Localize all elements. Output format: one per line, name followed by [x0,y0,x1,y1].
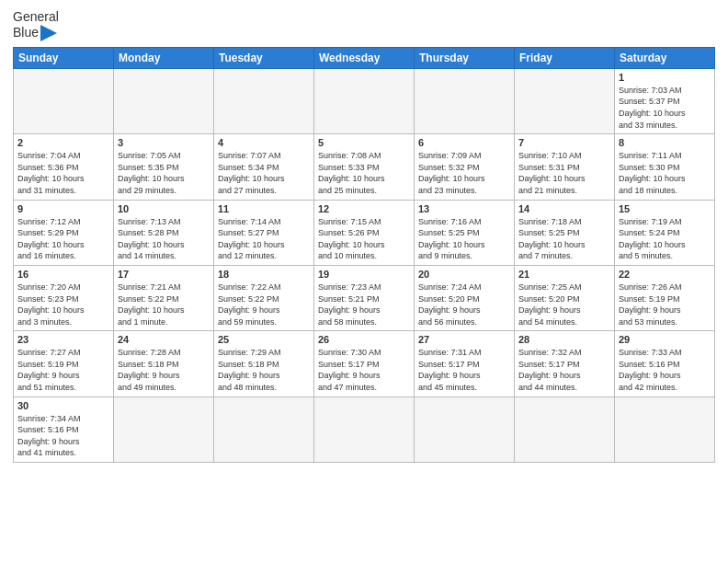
day-cell-22: 22Sunrise: 7:26 AM Sunset: 5:19 PM Dayli… [615,265,715,330]
day-info: Sunrise: 7:18 AM Sunset: 5:25 PM Dayligh… [518,216,610,262]
empty-cell [415,396,515,462]
day-info: Sunrise: 7:07 AM Sunset: 5:34 PM Dayligh… [218,150,310,196]
day-info: Sunrise: 7:11 AM Sunset: 5:30 PM Dayligh… [619,150,711,196]
week-row-3: 9Sunrise: 7:12 AM Sunset: 5:29 PM Daylig… [14,200,715,265]
day-number: 12 [318,203,410,214]
day-cell-23: 23Sunrise: 7:27 AM Sunset: 5:19 PM Dayli… [14,331,114,396]
weekday-header-wednesday: Wednesday [314,47,415,68]
day-info: Sunrise: 7:21 AM Sunset: 5:22 PM Dayligh… [118,282,210,327]
empty-cell [114,396,214,462]
day-number: 28 [518,334,610,345]
empty-cell [314,68,415,133]
day-info: Sunrise: 7:19 AM Sunset: 5:24 PM Dayligh… [619,216,711,262]
day-number: 9 [17,203,109,214]
day-cell-25: 25Sunrise: 7:29 AM Sunset: 5:18 PM Dayli… [214,331,314,396]
day-cell-19: 19Sunrise: 7:23 AM Sunset: 5:21 PM Dayli… [314,265,415,330]
day-cell-16: 16Sunrise: 7:20 AM Sunset: 5:23 PM Dayli… [14,265,114,330]
weekday-header-thursday: Thursday [415,47,515,68]
weekday-header-saturday: Saturday [615,47,715,68]
day-info: Sunrise: 7:16 AM Sunset: 5:25 PM Dayligh… [418,216,510,262]
logo: General Blue [13,9,59,41]
day-cell-10: 10Sunrise: 7:13 AM Sunset: 5:28 PM Dayli… [114,200,214,265]
day-cell-24: 24Sunrise: 7:28 AM Sunset: 5:18 PM Dayli… [114,331,214,396]
logo-text: General [13,9,59,25]
day-number: 22 [619,269,711,280]
week-row-5: 23Sunrise: 7:27 AM Sunset: 5:19 PM Dayli… [14,331,715,396]
empty-cell [14,68,114,133]
day-cell-29: 29Sunrise: 7:33 AM Sunset: 5:16 PM Dayli… [615,331,715,396]
empty-cell [114,68,214,133]
day-number: 25 [218,334,310,345]
weekday-header-tuesday: Tuesday [214,47,314,68]
day-info: Sunrise: 7:20 AM Sunset: 5:23 PM Dayligh… [17,282,109,327]
day-info: Sunrise: 7:22 AM Sunset: 5:22 PM Dayligh… [218,282,310,327]
day-info: Sunrise: 7:31 AM Sunset: 5:17 PM Dayligh… [418,347,510,393]
empty-cell [214,68,314,133]
week-row-1: 1Sunrise: 7:03 AM Sunset: 5:37 PM Daylig… [14,68,715,133]
empty-cell [214,396,314,462]
day-number: 27 [418,334,510,345]
day-number: 15 [619,203,711,214]
day-info: Sunrise: 7:14 AM Sunset: 5:27 PM Dayligh… [218,216,310,262]
day-cell-8: 8Sunrise: 7:11 AM Sunset: 5:30 PM Daylig… [615,134,715,200]
day-number: 1 [619,72,711,83]
day-cell-28: 28Sunrise: 7:32 AM Sunset: 5:17 PM Dayli… [515,331,615,396]
day-number: 29 [619,334,711,345]
day-number: 14 [518,203,610,214]
day-info: Sunrise: 7:25 AM Sunset: 5:20 PM Dayligh… [518,282,610,327]
day-cell-2: 2Sunrise: 7:04 AM Sunset: 5:36 PM Daylig… [14,134,114,200]
weekday-header-sunday: Sunday [14,47,114,68]
day-info: Sunrise: 7:03 AM Sunset: 5:37 PM Dayligh… [619,85,711,131]
day-cell-18: 18Sunrise: 7:22 AM Sunset: 5:22 PM Dayli… [214,265,314,330]
day-info: Sunrise: 7:23 AM Sunset: 5:21 PM Dayligh… [318,282,410,327]
day-info: Sunrise: 7:34 AM Sunset: 5:16 PM Dayligh… [17,413,109,459]
day-info: Sunrise: 7:32 AM Sunset: 5:17 PM Dayligh… [518,347,610,393]
day-info: Sunrise: 7:04 AM Sunset: 5:36 PM Dayligh… [17,150,109,196]
day-info: Sunrise: 7:24 AM Sunset: 5:20 PM Dayligh… [418,282,510,327]
week-row-4: 16Sunrise: 7:20 AM Sunset: 5:23 PM Dayli… [14,265,715,330]
empty-cell [615,396,715,462]
day-info: Sunrise: 7:33 AM Sunset: 5:16 PM Dayligh… [619,347,711,393]
day-number: 17 [118,269,210,280]
week-row-2: 2Sunrise: 7:04 AM Sunset: 5:36 PM Daylig… [14,134,715,200]
day-number: 5 [318,137,410,148]
day-cell-1: 1Sunrise: 7:03 AM Sunset: 5:37 PM Daylig… [615,68,715,133]
day-cell-13: 13Sunrise: 7:16 AM Sunset: 5:25 PM Dayli… [415,200,515,265]
day-info: Sunrise: 7:12 AM Sunset: 5:29 PM Dayligh… [17,216,109,262]
day-number: 18 [218,269,310,280]
day-info: Sunrise: 7:30 AM Sunset: 5:17 PM Dayligh… [318,347,410,393]
day-cell-30: 30Sunrise: 7:34 AM Sunset: 5:16 PM Dayli… [14,396,114,462]
day-cell-5: 5Sunrise: 7:08 AM Sunset: 5:33 PM Daylig… [314,134,415,200]
day-number: 4 [218,137,310,148]
day-info: Sunrise: 7:13 AM Sunset: 5:28 PM Dayligh… [118,216,210,262]
day-info: Sunrise: 7:15 AM Sunset: 5:26 PM Dayligh… [318,216,410,262]
logo-general: General [13,9,59,24]
day-number: 21 [518,269,610,280]
day-number: 8 [619,137,711,148]
header: General Blue [13,9,715,41]
day-number: 10 [118,203,210,214]
day-number: 20 [418,269,510,280]
calendar-table: SundayMondayTuesdayWednesdayThursdayFrid… [13,47,715,463]
day-info: Sunrise: 7:09 AM Sunset: 5:32 PM Dayligh… [418,150,510,196]
day-cell-20: 20Sunrise: 7:24 AM Sunset: 5:20 PM Dayli… [415,265,515,330]
day-info: Sunrise: 7:05 AM Sunset: 5:35 PM Dayligh… [118,150,210,196]
day-cell-7: 7Sunrise: 7:10 AM Sunset: 5:31 PM Daylig… [515,134,615,200]
day-number: 7 [518,137,610,148]
day-cell-3: 3Sunrise: 7:05 AM Sunset: 5:35 PM Daylig… [114,134,214,200]
page: General Blue SundayMondayTuesdayWednesda… [0,0,728,563]
empty-cell [515,68,615,133]
day-number: 3 [118,137,210,148]
weekday-header-monday: Monday [114,47,214,68]
day-info: Sunrise: 7:27 AM Sunset: 5:19 PM Dayligh… [17,347,109,393]
empty-cell [415,68,515,133]
day-number: 23 [17,334,109,345]
day-cell-6: 6Sunrise: 7:09 AM Sunset: 5:32 PM Daylig… [415,134,515,200]
day-info: Sunrise: 7:29 AM Sunset: 5:18 PM Dayligh… [218,347,310,393]
day-cell-9: 9Sunrise: 7:12 AM Sunset: 5:29 PM Daylig… [14,200,114,265]
day-number: 30 [17,400,109,411]
day-number: 19 [318,269,410,280]
day-number: 16 [17,269,109,280]
day-info: Sunrise: 7:26 AM Sunset: 5:19 PM Dayligh… [619,282,711,327]
logo-blue: Blue [13,25,39,40]
